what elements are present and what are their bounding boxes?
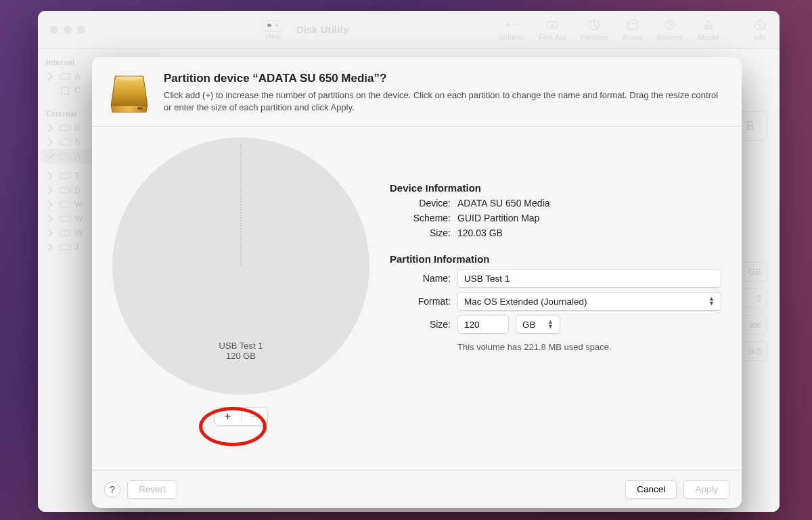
- external-drive-icon: [107, 72, 152, 116]
- name-label: Name:: [390, 273, 451, 284]
- size-unit-select[interactable]: GB ▲▼: [516, 315, 560, 334]
- pie-slice-label: USB Test 1 120 GB: [219, 341, 263, 361]
- sheet-subtitle: Click add (+) to increase the number of …: [164, 89, 723, 113]
- apply-button: Apply: [683, 480, 729, 499]
- updown-icon: ▲▼: [543, 320, 554, 329]
- format-label: Format:: [390, 296, 451, 307]
- revert-button: Revert: [127, 480, 177, 499]
- add-partition-button[interactable]: +: [215, 408, 241, 425]
- device-info-heading: Device Information: [390, 182, 721, 194]
- cancel-button[interactable]: Cancel: [625, 480, 677, 499]
- partition-pie[interactable]: USB Test 1 120 GB: [112, 137, 369, 395]
- used-space-hint: This volume has 221.8 MB used space.: [457, 342, 721, 352]
- help-button[interactable]: ?: [104, 481, 120, 498]
- size-label: Size:: [390, 228, 451, 238]
- sheet-footer: ? Revert Cancel Apply: [92, 470, 742, 508]
- form-zone: Device Information Device: ADATA SU 650 …: [390, 127, 742, 470]
- updown-icon: ▲▼: [704, 297, 715, 306]
- partition-name-input[interactable]: [457, 269, 721, 288]
- pie-zone: USB Test 1 120 GB + –: [92, 127, 390, 470]
- scheme-label: Scheme:: [390, 213, 451, 223]
- partition-info-heading: Partition Information: [390, 253, 721, 265]
- device-label: Device:: [390, 198, 451, 209]
- sheet-title: Partition device “ADATA SU 650 Media”?: [164, 72, 723, 85]
- partition-size-input[interactable]: [457, 315, 509, 334]
- partition-add-remove: + –: [215, 407, 268, 426]
- svg-point-22: [116, 76, 142, 80]
- psize-label: Size:: [390, 319, 451, 330]
- remove-partition-button: –: [242, 408, 267, 425]
- partition-sheet: Partition device “ADATA SU 650 Media”? C…: [92, 57, 742, 508]
- format-select[interactable]: Mac OS Extended (Journaled) ▲▼: [457, 292, 721, 311]
- scheme-value: GUID Partition Map: [457, 213, 721, 223]
- svg-rect-23: [137, 108, 142, 110]
- sheet-header: Partition device “ADATA SU 650 Media”? C…: [92, 57, 742, 126]
- device-value: ADATA SU 650 Media: [457, 198, 721, 209]
- size-value: 120.03 GB: [457, 228, 721, 238]
